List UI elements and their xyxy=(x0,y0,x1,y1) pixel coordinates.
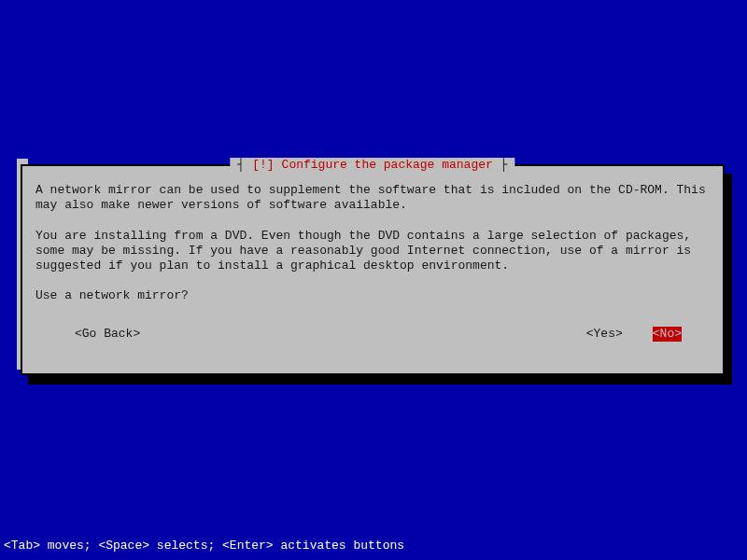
title-tag: [!] xyxy=(252,158,274,172)
button-row: <Go Back> <Yes> <No> xyxy=(35,327,710,342)
paragraph-2: You are installing from a DVD. Even thou… xyxy=(35,229,710,274)
no-button[interactable]: <No> xyxy=(653,327,682,342)
title-bracket-left: ┤ xyxy=(237,158,245,172)
paragraph-1: A network mirror can be used to suppleme… xyxy=(35,183,710,214)
go-back-button[interactable]: <Go Back> xyxy=(75,327,140,342)
status-bar: <Tab> moves; <Space> selects; <Enter> ac… xyxy=(4,539,404,553)
dialog-title: ┤[!]Configure the package manager├ xyxy=(230,158,514,172)
title-bracket-right: ├ xyxy=(500,158,508,172)
dialog-content: A network mirror can be used to suppleme… xyxy=(22,166,723,355)
dialog: ┤[!]Configure the package manager├ A net… xyxy=(21,164,725,375)
title-text: Configure the package manager xyxy=(282,158,493,172)
yes-button[interactable]: <Yes> xyxy=(586,327,623,342)
question: Use a network mirror? xyxy=(35,288,710,303)
